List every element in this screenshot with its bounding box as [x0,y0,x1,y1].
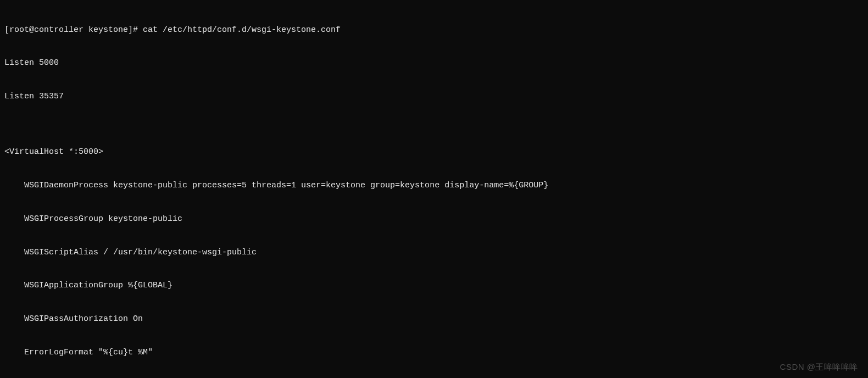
output-line: WSGIApplicationGroup %{GLOBAL} [4,280,864,291]
shell-command: cat /etc/httpd/conf.d/wsgi-keystone.conf [143,25,341,35]
shell-prompt: [root@controller keystone]# [4,25,143,35]
watermark-text: CSDN @王哞哞哞哞 [780,362,858,373]
output-line: WSGIScriptAlias / /usr/bin/keystone-wsgi… [4,247,864,258]
output-line: WSGIPassAuthorization On [4,314,864,325]
command-line: [root@controller keystone]# cat /etc/htt… [4,25,864,36]
output-line: Listen 5000 [4,58,864,69]
output-line: ErrorLogFormat "%{cu}t %M" [4,347,864,358]
output-line: <VirtualHost *:5000> [4,147,864,158]
output-line: Listen 35357 [4,91,864,102]
terminal-output[interactable]: [root@controller keystone]# cat /etc/htt… [4,2,864,378]
output-line: WSGIProcessGroup keystone-public [4,214,864,225]
output-line: WSGIDaemonProcess keystone-public proces… [4,180,864,191]
